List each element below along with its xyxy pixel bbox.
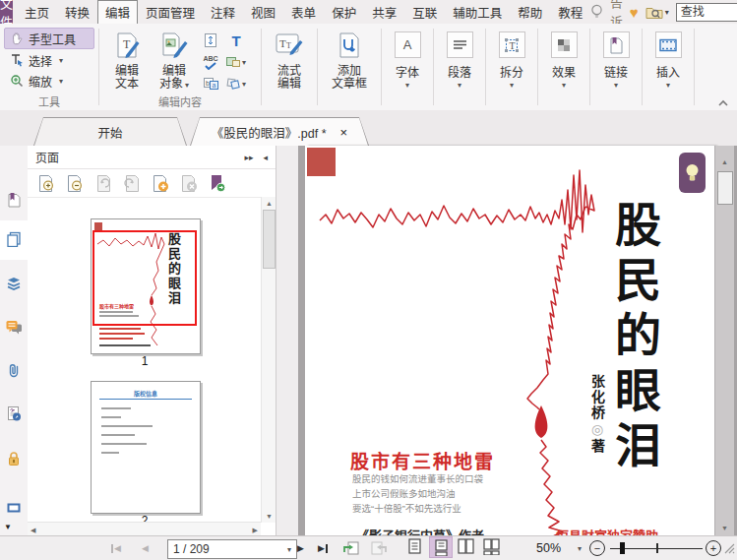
- shapes-icon[interactable]: ▾: [226, 75, 246, 93]
- menu-view[interactable]: 视图: [243, 0, 283, 25]
- hand-tool-label: 手型工具: [29, 31, 76, 47]
- scroll-up-icon[interactable]: ▲: [266, 200, 273, 207]
- delete-page-icon[interactable]: [180, 174, 199, 193]
- page-number-combobox[interactable]: 1 / 209 ▾: [167, 539, 297, 559]
- scrollbar-thumb[interactable]: [263, 210, 276, 269]
- zoom-magnifier-icon: [10, 74, 24, 88]
- rotate-right-page-icon[interactable]: [123, 174, 142, 193]
- scroll-down-icon[interactable]: ▼: [721, 525, 728, 531]
- menu-edit[interactable]: 编辑: [97, 0, 138, 25]
- assistant-bulb-button[interactable]: [679, 153, 706, 193]
- menu-accessibility[interactable]: 辅助工具: [445, 0, 510, 25]
- scrollbar-thumb[interactable]: [717, 171, 733, 205]
- zoom-dropdown[interactable]: ▾: [576, 536, 582, 560]
- add-text-icon[interactable]: T: [226, 31, 246, 49]
- menu-home[interactable]: 主页: [17, 0, 57, 25]
- flow-edit-button[interactable]: TT 流式 编辑: [266, 27, 313, 91]
- chevron-down-icon: ▾: [666, 81, 670, 90]
- rotate-left-page-icon[interactable]: [94, 174, 113, 193]
- next-page-button[interactable]: ▶: [297, 536, 304, 560]
- menu-page-management[interactable]: 页面管理: [138, 0, 203, 25]
- insert-button[interactable]: 插入▾: [646, 27, 690, 90]
- signature-panel-icon[interactable]: [6, 405, 22, 421]
- edit-text-button[interactable]: T 编辑 文本: [103, 27, 151, 96]
- chevron-down-icon: ▾: [562, 81, 566, 90]
- single-page-view-button[interactable]: [403, 536, 425, 556]
- zoom-in-thumbnails-icon[interactable]: [37, 174, 56, 193]
- continuous-facing-view-button[interactable]: [480, 536, 502, 556]
- menu-help[interactable]: 帮助: [510, 0, 550, 25]
- zoom-tool-button[interactable]: 缩放▾: [4, 71, 94, 91]
- link-button[interactable]: 链接▾: [594, 27, 638, 90]
- zoom-level-value[interactable]: 50%: [536, 536, 561, 560]
- select-cursor-icon: [10, 53, 24, 67]
- menu-share[interactable]: 共享: [364, 0, 404, 25]
- layers-panel-icon[interactable]: [6, 276, 22, 291]
- zoom-out-thumbnails-icon[interactable]: [66, 174, 85, 193]
- document-vertical-scrollbar[interactable]: ▲ ▼: [714, 146, 734, 536]
- file-menu-button[interactable]: 文件: [0, 0, 13, 24]
- continuous-view-button[interactable]: [429, 536, 453, 558]
- menu-form[interactable]: 表单: [283, 0, 324, 25]
- fields-panel-icon[interactable]: [6, 502, 22, 518]
- thumbnails-vertical-scrollbar[interactable]: ▲ ▼: [261, 197, 276, 523]
- last-page-button[interactable]: ▶: [318, 536, 328, 560]
- search-input[interactable]: [676, 3, 737, 22]
- translate-icon[interactable]: ba: [201, 75, 220, 93]
- bookmark-sync-icon[interactable]: [209, 174, 225, 193]
- menu-connect[interactable]: 互联: [404, 0, 445, 25]
- image-annotation-icon[interactable]: ▾: [226, 53, 246, 71]
- split-button[interactable]: T 拆分▾: [490, 27, 533, 90]
- strip-overflow-icon[interactable]: ▼: [4, 523, 12, 531]
- facing-pages-view-button[interactable]: [455, 536, 476, 556]
- menu-tutorial[interactable]: 教程: [550, 0, 590, 25]
- scroll-right-icon[interactable]: ▶: [253, 527, 258, 533]
- previous-page-button[interactable]: ◀: [142, 536, 149, 560]
- zoom-out-button[interactable]: −: [589, 536, 605, 560]
- add-article-box-button[interactable]: 添加 文章框: [322, 27, 377, 91]
- thumb2-heading: 版权信息: [92, 389, 200, 398]
- resize-grip[interactable]: [724, 536, 735, 560]
- effect-button[interactable]: 效果▾: [542, 27, 585, 90]
- paragraph-button[interactable]: 段落▾: [438, 27, 481, 90]
- spell-check-icon[interactable]: ABC: [201, 53, 220, 71]
- pages-panel-icon[interactable]: [6, 231, 22, 247]
- page-thumbnail-2[interactable]: 版权信息: [91, 381, 201, 514]
- font-button[interactable]: A 字体▾: [386, 27, 429, 90]
- expand-panel-icon[interactable]: ▸▸: [244, 153, 253, 162]
- hand-tool-button[interactable]: 手型工具: [4, 28, 94, 49]
- page-thumbnail-1[interactable]: 股民的眼泪 股市有三种地雷: [91, 218, 201, 354]
- previous-view-button[interactable]: [342, 536, 360, 560]
- panel-splitter[interactable]: [276, 146, 299, 536]
- add-page-icon[interactable]: [152, 174, 170, 193]
- scroll-down-icon[interactable]: ▼: [266, 513, 273, 520]
- edit-object-button[interactable]: 编辑 对象▾: [151, 27, 198, 96]
- attachments-panel-icon[interactable]: [6, 362, 22, 378]
- chevron-down-icon: ▾: [59, 56, 63, 65]
- chevron-down-icon: ▾: [242, 58, 246, 67]
- menu-comment[interactable]: 注释: [203, 0, 243, 25]
- thumbnails-horizontal-scrollbar[interactable]: ◀ ▶: [28, 522, 261, 536]
- link-text-icon[interactable]: [201, 31, 220, 49]
- collapse-ribbon-button[interactable]: [717, 99, 729, 106]
- first-page-button[interactable]: ◀: [111, 536, 121, 560]
- menu-protect[interactable]: 保护: [324, 0, 364, 25]
- scroll-up-icon[interactable]: ▲: [721, 158, 728, 165]
- scroll-left-icon[interactable]: ◀: [31, 527, 35, 533]
- lightbulb-icon[interactable]: [590, 4, 603, 20]
- heart-icon[interactable]: ♥: [630, 5, 639, 20]
- visible-area-rectangle[interactable]: [92, 230, 197, 326]
- bookmarks-panel-icon[interactable]: [6, 192, 22, 208]
- tab-document[interactable]: 《股民的眼泪》.pdf * ×: [190, 117, 369, 146]
- menu-convert[interactable]: 转换: [57, 0, 97, 25]
- close-tab-icon[interactable]: ×: [340, 126, 348, 139]
- next-view-button[interactable]: [370, 536, 388, 560]
- zoom-slider-thumb[interactable]: [620, 542, 625, 554]
- select-tool-button[interactable]: 选择▾: [4, 50, 94, 70]
- security-panel-icon[interactable]: [6, 451, 22, 467]
- zoom-in-button[interactable]: +: [706, 536, 721, 560]
- pin-panel-icon[interactable]: ◂: [263, 153, 268, 162]
- folder-search-icon[interactable]: ▾: [645, 5, 669, 19]
- tab-start[interactable]: 开始: [33, 117, 187, 146]
- comments-panel-icon[interactable]: [6, 320, 22, 336]
